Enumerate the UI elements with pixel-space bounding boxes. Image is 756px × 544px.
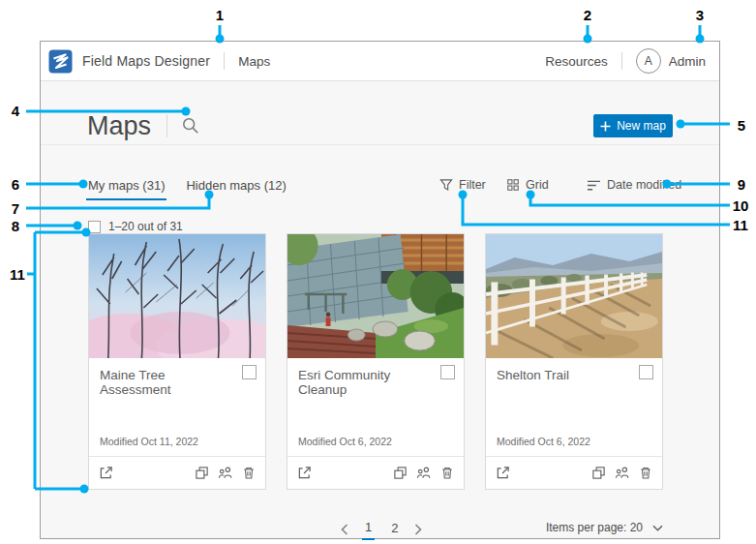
card-footer [287,456,464,489]
map-thumbnail-bare-trees[interactable] [89,234,265,358]
sort-button[interactable]: Date modified [587,178,681,192]
tabs-row: My maps (31) Hidden maps (12) [86,176,288,200]
callout-label-1: 1 [216,7,224,23]
map-card-grid: Maine Tree Assessment Modified Oct 11, 2… [88,233,663,490]
new-map-button[interactable]: New map [593,114,673,137]
map-title: Maine Tree Assessment [100,368,255,397]
callout-label-8: 8 [12,218,19,234]
user-avatar[interactable]: A [636,48,661,74]
map-card: Maine Tree Assessment Modified Oct 11, 2… [88,233,266,490]
page-2-button[interactable]: 2 [388,519,401,539]
esri-field-maps-logo-icon [48,49,73,74]
app-title: Field Maps Designer [82,53,210,69]
items-per-page-dropdown[interactable]: Items per page: 20 [546,521,663,534]
map-card: Esri Community Cleanup Modified Oct 6, 2… [287,233,465,490]
search-icon[interactable] [182,116,201,136]
duplicate-map-icon[interactable] [591,466,606,480]
prev-page-icon[interactable] [341,524,348,535]
open-map-icon[interactable] [297,466,312,480]
map-card: Shelton Trail Modified Oct 6, 2022 [485,233,663,490]
filter-button[interactable]: Filter [439,178,486,192]
open-map-icon[interactable] [496,466,510,480]
title-underline [41,144,719,145]
page-1-button[interactable]: 1 [362,518,375,540]
open-map-icon[interactable] [99,466,113,480]
duplicate-map-icon[interactable] [393,466,408,480]
sort-descending-icon [587,179,601,192]
nav-resources[interactable]: Resources [545,54,608,69]
next-page-icon[interactable] [414,524,422,535]
page-title-row: Maps [87,107,201,144]
filter-label: Filter [459,178,486,192]
delete-map-icon[interactable] [242,466,256,480]
chevron-down-icon [652,525,663,531]
map-modified-date: Modified Oct 11, 2022 [100,436,198,447]
plus-icon [600,121,611,132]
callout-label-11-left: 11 [10,266,25,283]
callout-label-6: 6 [12,176,19,193]
tab-hidden-maps[interactable]: Hidden maps (12) [184,176,287,200]
map-checkbox[interactable] [440,365,455,379]
new-map-label: New map [617,119,666,133]
app-window: Field Maps Designer Maps Resources A Adm… [40,41,720,539]
callout-label-5: 5 [738,117,745,134]
nav-maps[interactable]: Maps [238,54,270,69]
funnel-icon [439,178,453,192]
grid-label: Grid [526,178,549,192]
header-divider-2 [621,52,622,70]
delete-map-icon[interactable] [440,466,454,480]
page-title: Maps [87,111,151,141]
tab-my-maps[interactable]: My maps (31) [86,176,166,200]
map-modified-date: Modified Oct 6, 2022 [298,436,392,447]
callout-label-10: 10 [733,197,749,214]
callout-label-11-right: 11 [733,217,748,233]
map-thumbnail-campus[interactable] [287,234,464,358]
items-per-page-label: Items per page: 20 [546,521,643,534]
annotated-screenshot: Field Maps Designer Maps Resources A Adm… [0,0,756,544]
delete-map-icon[interactable] [639,466,652,480]
callout-label-3: 3 [696,7,704,23]
callout-label-2: 2 [584,7,591,23]
header-divider [224,52,225,70]
callout-label-9: 9 [738,176,745,193]
map-title: Shelton Trail [497,368,651,382]
select-all-row: 1–20 out of 31 [88,220,183,233]
map-title: Esri Community Cleanup [298,368,453,397]
card-footer [89,456,265,489]
share-map-icon[interactable] [416,466,432,480]
sort-label: Date modified [607,178,681,192]
callout-label-4: 4 [12,103,19,119]
app-header: Field Maps Designer Maps Resources A Adm… [41,42,719,81]
card-body: Maine Tree Assessment Modified Oct 11, 2… [89,358,265,456]
user-name[interactable]: Admin [669,54,706,69]
map-checkbox[interactable] [639,365,653,379]
callout-label-7: 7 [12,200,19,217]
grid-view-button[interactable]: Grid [506,178,549,192]
card-body: Esri Community Cleanup Modified Oct 6, 2… [287,358,464,456]
share-map-icon[interactable] [615,466,630,480]
card-body: Shelton Trail Modified Oct 6, 2022 [486,358,662,456]
duplicate-map-icon[interactable] [195,466,209,480]
title-divider [166,114,167,137]
map-thumbnail-trail[interactable] [486,234,662,358]
select-all-checkbox[interactable] [88,221,101,233]
share-map-icon[interactable] [218,466,233,480]
map-checkbox[interactable] [242,365,257,379]
card-footer [486,456,662,489]
grid-icon [506,178,520,192]
map-modified-date: Modified Oct 6, 2022 [497,436,590,447]
result-range-label: 1–20 out of 31 [108,220,183,233]
pagination: 1 2 [341,518,422,540]
